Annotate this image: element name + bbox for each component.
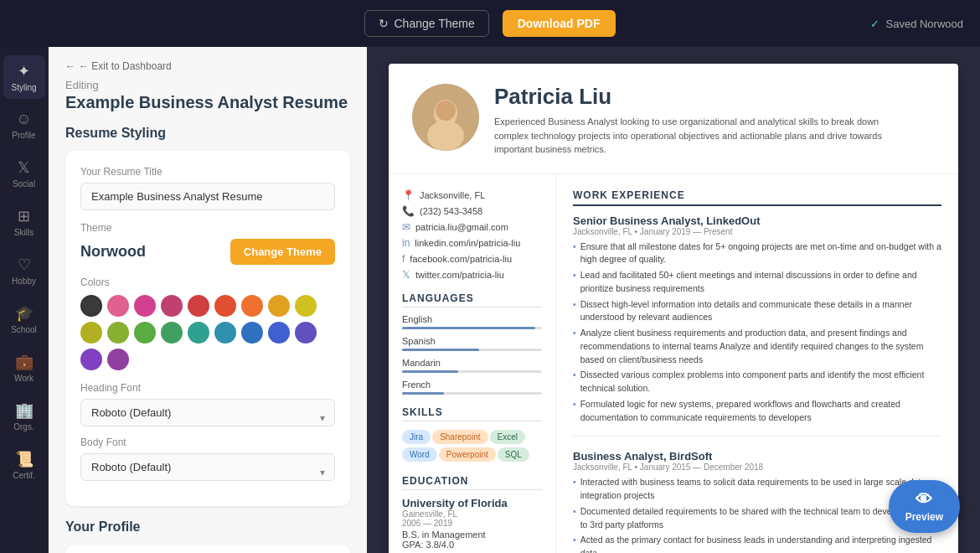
contact-twitter: 𝕏 twitter.com/patricia-liu — [402, 269, 542, 281]
skill-tag: Powerpoint — [439, 447, 496, 462]
eye-icon: 👁 — [916, 490, 932, 509]
check-icon: ✓ — [870, 18, 879, 30]
profile-card: Your Photo Copy and paste in an image UR… — [65, 545, 350, 553]
work-experience-header: WORK EXPERIENCE — [573, 189, 941, 206]
heading-font-select[interactable]: Roboto (Default) — [80, 399, 335, 426]
exit-to-dashboard-link[interactable]: ← ← Exit to Dashboard — [65, 60, 350, 72]
svg-point-3 — [436, 101, 456, 121]
sidebar-item-orgs[interactable]: 🏢 Orgs. — [3, 395, 45, 438]
resume-name: Patricia Liu — [494, 84, 913, 110]
saved-label: ✓ Saved Norwood — [870, 18, 963, 30]
skill-tag: Sharepoint — [432, 430, 487, 444]
svg-point-2 — [427, 121, 464, 151]
education-list: University of Florida Gainesville, FL 20… — [402, 497, 542, 550]
edu-location: Gainesville, FL — [402, 509, 542, 519]
language-fill — [402, 327, 535, 329]
download-pdf-button[interactable]: Download PDF — [503, 10, 616, 37]
resume-header: Patricia Liu Experienced Business Analys… — [389, 64, 958, 174]
resume-title-heading: Example Business Analyst Resume — [65, 93, 350, 112]
resume-styling-section-title: Resume Styling — [65, 126, 350, 141]
sidebar-item-social-label: Social — [13, 179, 35, 189]
color-swatch[interactable] — [107, 322, 129, 344]
language-name: French — [402, 380, 542, 390]
sidebar-item-styling-label: Styling — [11, 83, 36, 92]
sidebar-item-styling[interactable]: ✦ Styling — [3, 55, 45, 99]
colors-label: Colors — [80, 276, 335, 288]
your-profile-title: Your Profile — [65, 519, 350, 535]
body-font-select[interactable]: Roboto (Default) — [80, 453, 335, 481]
color-swatch[interactable] — [214, 295, 236, 317]
heading-font-label: Heading Font — [80, 382, 335, 394]
color-swatch[interactable] — [107, 349, 129, 370]
color-swatch[interactable] — [107, 295, 129, 317]
theme-row: Norwood Change Theme — [80, 239, 335, 265]
language-fill — [402, 392, 444, 395]
color-swatch[interactable] — [295, 322, 317, 344]
skills-list: JiraSharepointExcelWordPowerpointSQL — [402, 428, 542, 463]
color-swatch[interactable] — [80, 322, 102, 344]
sidebar-item-certif[interactable]: 📜 Certif. — [3, 443, 45, 487]
color-swatch[interactable] — [188, 322, 209, 344]
colors-grid — [80, 295, 335, 370]
sidebar-item-skills[interactable]: ⊞ Skills — [3, 200, 45, 244]
color-swatch[interactable] — [268, 295, 290, 317]
sidebar-item-hobby[interactable]: ♡ Hobby — [3, 249, 45, 292]
work-meta: Jacksonville, FL • January 2019 — Presen… — [573, 227, 941, 236]
color-swatch[interactable] — [241, 295, 263, 317]
language-bar — [402, 349, 542, 351]
sidebar-item-profile-label: Profile — [12, 131, 35, 140]
change-theme-button[interactable]: Change Theme — [230, 239, 335, 265]
education-section-header: EDUCATION — [402, 475, 542, 490]
color-swatch[interactable] — [188, 295, 209, 317]
edu-gpa: GPA: 3.8/4.0 — [402, 540, 542, 550]
resume-body: 📍 Jacksonville, FL 📞 (232) 543-3458 ✉ pa… — [389, 174, 958, 554]
sidebar-item-work-label: Work — [14, 374, 34, 383]
work-icon: 💼 — [15, 353, 34, 371]
location-icon: 📍 — [402, 189, 415, 201]
language-fill — [402, 370, 458, 373]
skill-tag: Word — [402, 447, 437, 462]
language-bar — [402, 370, 542, 373]
sidebar-nav: ✦ Styling ☺ Profile 𝕏 Social ⊞ Skills ♡ … — [0, 47, 49, 553]
language-bar — [402, 392, 542, 395]
work-bullet: Acted as the primary contact for busines… — [573, 534, 941, 553]
color-swatch[interactable] — [80, 295, 102, 317]
body-font-wrapper: Roboto (Default) — [80, 453, 335, 491]
work-bullet: Documented detailed requirements to be s… — [573, 505, 941, 532]
language-bar — [402, 327, 542, 329]
contact-linkedin: in linkedin.com/in/patricia-liu — [402, 237, 542, 249]
work-bullet: Dissected various complex problems into … — [573, 369, 941, 395]
color-swatch[interactable] — [161, 295, 183, 317]
sidebar-item-school[interactable]: 🎓 School — [3, 297, 45, 341]
social-icon: 𝕏 — [18, 158, 30, 177]
color-swatch[interactable] — [134, 322, 156, 344]
preview-button[interactable]: 👁 Preview — [889, 480, 960, 533]
color-swatch[interactable] — [241, 322, 263, 344]
color-swatch[interactable] — [295, 295, 317, 317]
language-name: English — [402, 314, 542, 324]
work-title: Senior Business Analyst, LinkedOut — [573, 214, 941, 227]
sidebar-item-social[interactable]: 𝕏 Social — [3, 152, 45, 195]
styling-icon: ✦ — [18, 62, 30, 80]
certif-icon: 📜 — [15, 450, 34, 468]
color-swatch[interactable] — [161, 322, 183, 344]
sidebar-item-work[interactable]: 💼 Work — [3, 346, 45, 390]
font-section: Heading Font Roboto (Default) Body Font … — [80, 382, 335, 491]
facebook-icon: f — [402, 253, 405, 265]
resume-title-input[interactable] — [80, 183, 335, 210]
language-item: Spanish — [402, 336, 542, 351]
sidebar-item-profile[interactable]: ☺ Profile — [3, 104, 45, 147]
school-icon: 🎓 — [15, 304, 34, 323]
color-swatch[interactable] — [80, 349, 102, 370]
change-theme-top-button[interactable]: ↻ Change Theme — [364, 10, 488, 37]
resume-header-info: Patricia Liu Experienced Business Analys… — [494, 84, 913, 157]
skill-tag: Excel — [490, 430, 525, 444]
color-swatch[interactable] — [214, 322, 236, 344]
language-item: French — [402, 380, 542, 395]
hobby-icon: ♡ — [18, 256, 31, 274]
work-title: Business Analyst, BirdSoft — [573, 450, 941, 463]
color-swatch[interactable] — [268, 322, 290, 344]
work-meta: Jacksonville, FL • January 2015 — Decemb… — [573, 463, 941, 472]
color-swatch[interactable] — [134, 295, 156, 317]
languages-list: English Spanish Mandarin French — [402, 314, 542, 395]
